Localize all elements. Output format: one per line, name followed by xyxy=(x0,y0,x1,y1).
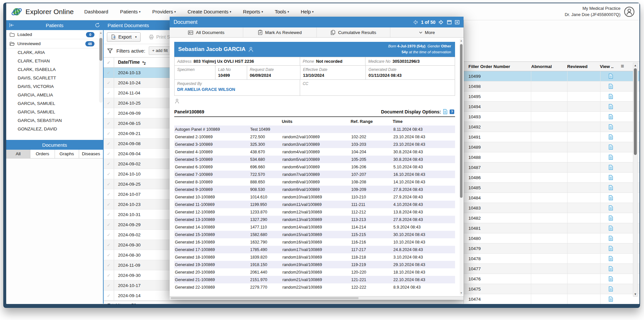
view-document-icon[interactable] xyxy=(609,236,613,241)
scroll-up-icon[interactable]: ▲ xyxy=(99,31,102,34)
maximize-icon[interactable] xyxy=(447,20,452,25)
view-document-icon[interactable] xyxy=(609,195,613,200)
patient-list-item[interactable]: GARCIA, SAMUEL xyxy=(6,108,103,116)
previous-document-icon[interactable] xyxy=(413,20,418,25)
view-document-icon[interactable] xyxy=(609,205,613,211)
view-header[interactable]: View .. xyxy=(600,64,620,69)
order-row[interactable]: 10489 xyxy=(464,142,639,152)
order-row[interactable]: 10491 xyxy=(464,132,639,142)
reviewed-header[interactable]: Reviewed xyxy=(567,64,600,69)
patient-list-item[interactable]: CLARK, ISABELLA xyxy=(6,65,103,74)
abnormal-header[interactable]: Abnormal xyxy=(531,64,567,69)
view-document-icon[interactable] xyxy=(609,144,613,150)
all-documents-button[interactable]: All Documents xyxy=(170,27,243,37)
add-filter-button[interactable]: + add filt xyxy=(149,46,171,55)
row-checkmark[interactable]: ✓ xyxy=(104,210,114,219)
patient-list-item[interactable]: GARCIA, SAMUEL xyxy=(6,99,103,108)
result-row[interactable]: Generated 13-1008691327.290random13/val/… xyxy=(174,216,455,223)
result-row[interactable]: Generated 18-1008691839.820random18/val/… xyxy=(174,253,455,261)
order-row[interactable]: 10483 xyxy=(464,203,639,213)
row-checkmark[interactable]: ✓ xyxy=(104,128,114,138)
order-row[interactable]: 10498 xyxy=(464,81,639,92)
patient-list-item[interactable]: GARCIA, SEBASTIAN xyxy=(6,116,103,125)
view-document-icon[interactable] xyxy=(609,175,613,180)
row-checkmark[interactable]: ✓ xyxy=(104,220,114,229)
order-row[interactable]: 10487 xyxy=(464,162,639,173)
requested-by-link[interactable]: DR AMELIA GRACE WILSON xyxy=(177,87,235,92)
order-row[interactable]: 10488 xyxy=(464,152,639,162)
result-row[interactable]: Generated 14-1008691477.110random14/val/… xyxy=(174,223,455,231)
result-row[interactable]: Generated 19-1008691918.150random19/val/… xyxy=(174,261,455,268)
column-menu-icon[interactable]: ≡ xyxy=(621,63,624,70)
folder-loaded[interactable]: Loaded 0 xyxy=(6,30,103,39)
scroll-up-icon[interactable]: ▲ xyxy=(460,39,463,42)
patient-list-item[interactable]: GONZALEZ, DAVID xyxy=(6,125,103,133)
order-row[interactable]: 10479 xyxy=(464,244,639,254)
order-row[interactable]: 10499 xyxy=(464,71,639,81)
view-document-icon[interactable] xyxy=(609,226,613,231)
dialog-horizontal-scrollbar[interactable] xyxy=(170,296,464,300)
row-checkmark[interactable]: ✓ xyxy=(104,250,114,260)
patient-list-item[interactable]: CLARK, ETHAN xyxy=(6,57,103,65)
view-document-icon[interactable] xyxy=(609,134,613,140)
row-checkmark[interactable]: ✓ xyxy=(104,240,114,250)
orders-scrollbar[interactable]: ▲ ▼ xyxy=(633,63,638,297)
user-avatar-icon[interactable] xyxy=(624,6,635,17)
order-row[interactable]: 10493 xyxy=(464,112,639,122)
menu-reports[interactable]: Reports▾ xyxy=(243,9,263,14)
close-icon[interactable] xyxy=(455,20,460,25)
row-checkmark[interactable]: ✓ xyxy=(104,108,114,118)
result-row[interactable]: Generated 2-100869272.500random2/val/100… xyxy=(174,133,455,141)
view-document-icon[interactable] xyxy=(609,256,613,261)
tab-all[interactable]: All xyxy=(6,150,30,158)
order-row[interactable]: 10492 xyxy=(464,122,639,132)
filler-order-number-header[interactable]: Filler Order Number xyxy=(464,64,531,69)
dialog-scrollbar[interactable]: ▲ ▼ xyxy=(460,38,463,295)
result-row[interactable]: Generated 17-1008691785.490random17/val/… xyxy=(174,246,455,253)
result-row[interactable]: Generated 21-1008692151.970random21/val/… xyxy=(174,276,455,283)
row-checkmark[interactable]: ✓ xyxy=(104,230,114,240)
row-checkmark[interactable]: ✓ xyxy=(104,291,114,300)
row-checkmark[interactable]: ✓ xyxy=(104,78,114,88)
result-row[interactable]: Generated 22-1008692279.770random22/val/… xyxy=(174,283,455,291)
view-document-icon[interactable] xyxy=(609,114,613,119)
view-document-icon[interactable] xyxy=(609,94,613,99)
document-view-icon[interactable] xyxy=(443,109,448,114)
row-checkmark[interactable]: ✓ xyxy=(104,280,114,290)
view-document-icon[interactable] xyxy=(609,165,613,170)
patient-list-item[interactable]: CLARK, ARIA xyxy=(6,48,103,57)
row-checkmark[interactable]: ✓ xyxy=(104,179,114,189)
patient-list-item[interactable]: DAVIS, VICTORIA xyxy=(6,82,103,91)
result-row[interactable]: Generated 15-1008691582.680random15/val/… xyxy=(174,231,455,238)
result-row[interactable]: Generated 11-1008691199.950random11/val/… xyxy=(174,201,455,208)
order-row[interactable]: 10476 xyxy=(464,274,639,284)
result-row[interactable]: Generated 20-1008692061.440random20/val/… xyxy=(174,268,455,276)
order-row[interactable]: 10495 xyxy=(464,92,639,102)
date-time-column-header[interactable]: Date/Time ▾2 xyxy=(114,59,146,65)
order-row[interactable]: 10478 xyxy=(464,254,639,264)
view-document-icon[interactable] xyxy=(609,104,613,109)
view-document-icon[interactable] xyxy=(609,276,613,281)
mark-as-reviewed-button[interactable]: Mark As Reviewed xyxy=(243,27,317,37)
menu-dashboard[interactable]: Dashboard xyxy=(84,9,108,14)
patients-scrollbar[interactable]: ▲ xyxy=(99,31,103,103)
scrollbar-thumb[interactable] xyxy=(171,297,359,299)
folder-unreviewed[interactable]: Unreviewed 48 xyxy=(6,39,103,48)
order-row[interactable]: 10484 xyxy=(464,193,639,203)
tab-orders[interactable]: Orders xyxy=(30,150,55,158)
order-row[interactable]: 10482 xyxy=(464,213,639,223)
view-document-icon[interactable] xyxy=(609,74,613,79)
person-icon[interactable] xyxy=(175,99,455,105)
select-all-checkmark[interactable]: ✓ xyxy=(104,58,114,67)
next-document-icon[interactable] xyxy=(438,20,444,25)
order-row[interactable]: 10481 xyxy=(464,223,639,233)
row-checkmark[interactable]: ✓ xyxy=(104,88,114,98)
view-document-icon[interactable] xyxy=(609,296,613,302)
patient-list-item[interactable]: GARCIA, AMELIA xyxy=(6,91,103,99)
row-checkmark[interactable]: ✓ xyxy=(104,169,114,179)
row-checkmark[interactable]: ✓ xyxy=(104,260,114,270)
view-document-icon[interactable] xyxy=(609,286,613,292)
cumulative-results-button[interactable]: Cumulative Results xyxy=(317,27,390,37)
row-checkmark[interactable]: ✓ xyxy=(104,98,114,108)
view-document-icon[interactable] xyxy=(609,215,613,221)
